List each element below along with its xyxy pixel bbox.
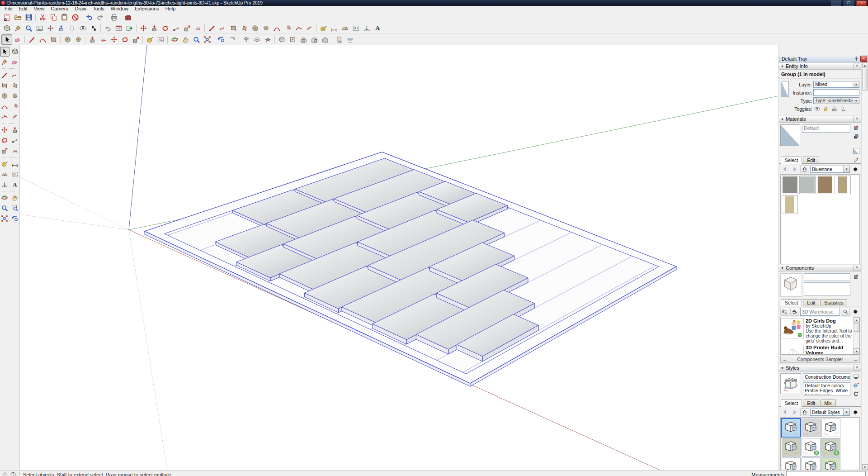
view-back-tool-button[interactable] [320,34,330,45]
section-fill-tool-button[interactable] [262,34,273,45]
polygon-tool-button[interactable] [10,91,20,101]
rotated-rectangle-tool-button[interactable] [10,81,20,90]
rotate-tool-button[interactable] [160,23,170,33]
zoom-tool-button[interactable] [191,34,202,45]
measurements-input[interactable] [786,471,866,476]
materials-collection-dropdown[interactable]: Bluestone▼ [810,166,850,173]
arc-2pt-tool-button[interactable] [37,34,48,45]
style-thumbnail-3[interactable] [821,419,840,437]
circle-tool-button[interactable] [250,23,260,33]
section-display-tool-button[interactable] [251,34,262,45]
3d-warehouse-search-input[interactable] [800,308,840,316]
styles-header[interactable]: ▼ Styles × [779,364,861,371]
components-header[interactable]: ▼ Components × [779,264,861,271]
paste-tool-button[interactable] [59,12,70,23]
detail-arrow-button[interactable] [851,308,860,316]
paint-bucket-tool-button[interactable] [0,57,9,67]
create-material-icon[interactable] [853,273,859,280]
material-swatch-bluestone-2[interactable] [799,176,816,194]
protractor-tool-button[interactable] [340,23,350,33]
zoom-window-tool-button[interactable] [10,203,20,213]
style-thumbnail-7[interactable] [782,457,801,470]
view-iso-tool-button[interactable] [276,34,287,45]
lock-icon[interactable] [822,105,829,112]
pan-tool-button[interactable] [180,34,191,45]
menu-file[interactable]: File [1,6,16,12]
paint-bucket-tool-button[interactable] [12,23,23,33]
home-button[interactable] [800,408,809,416]
previous-tool-button[interactable] [10,214,20,224]
walk-tool-button[interactable] [88,23,99,33]
tab-select[interactable]: Select [781,400,802,407]
undo-tool-button[interactable] [84,12,94,23]
components-list-scrollbar[interactable]: ▲▼ [853,317,859,354]
arc-segment-tool-button[interactable] [10,112,20,122]
look-around-tool-button[interactable] [77,23,88,33]
pan-tool-button[interactable] [10,193,20,203]
redo-tool-button[interactable] [94,12,105,23]
entity-info-close-button[interactable]: × [854,63,860,69]
style-thumbnail-9[interactable] [821,457,840,470]
scale-tool-button[interactable] [0,146,9,156]
rotate-tool-button[interactable] [0,135,9,145]
materials-close-button[interactable]: × [854,116,860,122]
menu-window[interactable]: Window [108,6,132,12]
prev-collection-arrow[interactable]: ← [783,357,788,362]
tab-edit[interactable]: Edit [803,400,819,406]
protractor-tool-button[interactable] [0,169,9,179]
tab-select[interactable]: Select [781,157,802,164]
pie-tool-button[interactable] [282,23,293,33]
pin-icon[interactable] [854,56,859,62]
cast-shadows-icon[interactable] [839,105,846,112]
instance-input[interactable] [813,89,859,96]
tab-select[interactable]: Select [781,299,802,306]
next-tool-button[interactable] [226,34,237,45]
close-button[interactable]: × [856,0,867,6]
styles-close-button[interactable]: × [854,365,860,371]
arc-2pt-tool-button[interactable] [271,23,282,33]
material-swatch-bluestone-4[interactable] [835,176,851,194]
orbit-tool-button[interactable] [169,34,180,45]
copy-tool-button[interactable] [48,12,59,23]
previous-tool-button[interactable] [216,34,226,45]
print-tool-button[interactable] [108,12,119,23]
line-tool-button[interactable] [26,34,37,45]
component-item[interactable]: D2D Girls Dogby SketchUpUse the Interact… [781,317,859,344]
style-thumbnail-6[interactable] [821,438,840,457]
push-pull-tool-button[interactable] [149,23,160,33]
style-thumbnail-8[interactable] [802,457,821,470]
orbit-tool-button[interactable] [0,193,9,203]
make-component-tool-button[interactable] [1,23,12,33]
tab-edit[interactable]: Edit [803,157,819,163]
forward-button[interactable] [790,165,799,173]
back-button[interactable] [780,165,789,173]
move-tool-button[interactable] [138,23,149,33]
zoom-tool-button[interactable] [23,23,34,33]
sample-swatch[interactable] [853,148,859,154]
scroll-thumb[interactable] [862,69,868,90]
erase-tool-button[interactable] [70,12,80,23]
home-drop-button[interactable] [790,308,799,316]
visible-eye-icon[interactable] [813,105,821,112]
tab-statistics[interactable]: Statistics [820,299,847,306]
move-tool-button[interactable] [108,34,119,45]
rectangle-tool-button[interactable] [228,23,239,33]
open-tool-button[interactable] [12,12,23,23]
tab-mix[interactable]: Mix [820,400,835,406]
image-tool-button[interactable] [34,23,45,33]
axes-tool-button[interactable] [0,180,9,190]
scale-tool-button[interactable] [181,23,192,33]
circle-tool-button[interactable] [62,34,73,45]
move-tool-button[interactable] [0,125,9,135]
menu-edit[interactable]: Edit [16,6,31,12]
menu-draw[interactable]: Draw [71,6,90,12]
new-tool-button[interactable] [1,12,12,23]
make-component-tool-button[interactable] [10,47,20,57]
arc-3pt-tool-button[interactable] [293,23,304,33]
menu-extensions[interactable]: Extensions [132,6,162,12]
menu-camera[interactable]: Camera [47,6,71,12]
eraser-tool-button[interactable] [12,34,23,45]
create-style-icon[interactable] [853,382,859,389]
components-close-button[interactable]: × [854,265,860,271]
style-thumbnail-4[interactable] [782,438,801,457]
